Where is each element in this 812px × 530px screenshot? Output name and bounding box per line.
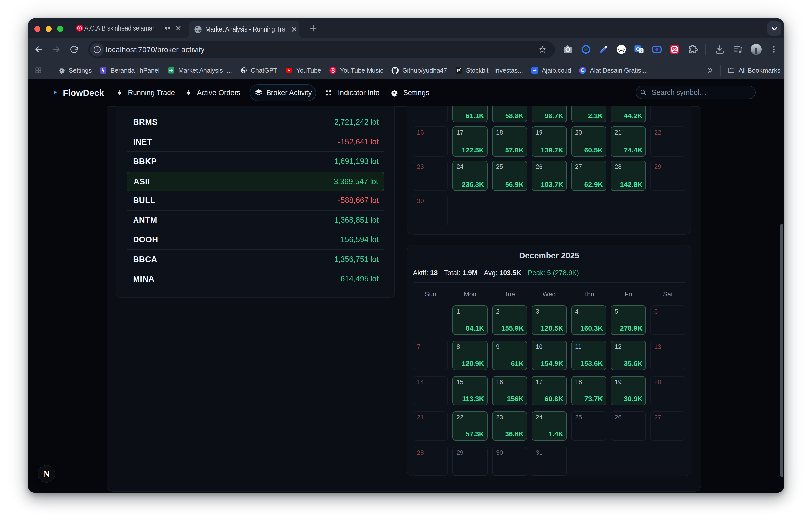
bookmark-stockbit-investas[interactable]: Stockbit - Investas... (451, 61, 527, 80)
calendar-day-cell[interactable]: 25 (571, 411, 606, 441)
nextjs-dev-badge[interactable]: N (38, 465, 55, 483)
profile-avatar[interactable] (751, 44, 762, 55)
calendar-weekend-cell[interactable]: 27 (650, 411, 685, 441)
bookmark-settings[interactable]: Settings (54, 61, 96, 80)
tab-youtube-music[interactable]: A.C.A.B skinhead selaman (73, 18, 185, 38)
calendar-day-cell[interactable]: 961K (492, 341, 527, 370)
calendar-weekend-cell[interactable]: 23 (413, 161, 448, 191)
reload-button[interactable] (67, 38, 81, 61)
stock-row-dooh[interactable]: DOOH156,594 lot (127, 230, 384, 250)
tab-market-analysis-active[interactable]: Market Analysis - Running Tra (189, 21, 299, 38)
calendar-weekend-cell[interactable] (413, 106, 448, 123)
stock-row-asii[interactable]: ASII3,369,547 lot (127, 172, 384, 191)
bookmark-youtube[interactable]: YouTube (281, 61, 325, 80)
stock-row-bull[interactable]: BULL-588,667 lot (127, 191, 384, 210)
calendar-day-cell[interactable]: 16156K (492, 376, 527, 405)
calendar-day-cell[interactable]: 26 (611, 411, 646, 441)
calendar-day-cell[interactable]: 1235.6K (611, 341, 646, 370)
stock-row-antm[interactable]: ANTM1,368,851 lot (127, 210, 384, 230)
calendar-day-cell[interactable]: 26103.7K (532, 161, 567, 191)
nav-item-running-trade[interactable]: Running Trade (110, 84, 182, 101)
calendar-day-cell[interactable]: 184.1K (452, 306, 488, 335)
extension-translate-icon[interactable]: G文 (633, 43, 645, 55)
symbol-search-input[interactable]: Search symbol… (636, 86, 756, 99)
all-bookmarks-button[interactable]: All Bookmarks (727, 66, 781, 74)
calendar-weekend-cell[interactable]: 7 (413, 341, 448, 370)
calendar-weekend-cell[interactable] (650, 106, 685, 123)
page-scrollbar-thumb[interactable] (781, 224, 783, 477)
calendar-day-cell[interactable]: 2336.8K (492, 411, 527, 441)
tab-audible-icon[interactable] (163, 24, 171, 32)
url-text[interactable]: localhost:7070/broker-activity (106, 41, 205, 58)
calendar-day-cell[interactable]: 1760.8K (532, 376, 567, 405)
nav-item-indicator-info[interactable]: Indicator Info (317, 84, 387, 101)
calendar-day-cell[interactable]: 2257.3K (452, 411, 488, 441)
calendar-day-cell[interactable]: 11153.6K (571, 341, 606, 370)
nav-item-broker-activity[interactable]: Broker Activity (250, 84, 316, 101)
extension-loom-icon[interactable] (580, 43, 592, 55)
window-zoom-button[interactable] (57, 26, 63, 32)
nav-item-settings[interactable]: Settings (383, 84, 436, 101)
stock-row-inet[interactable]: INET-152,641 lot (127, 132, 384, 152)
calendar-weekend-cell[interactable]: 28 (413, 447, 448, 476)
extension-braces-icon[interactable]: {…} (615, 43, 627, 55)
nav-item-active-orders[interactable]: Active Orders (178, 84, 247, 101)
calendar-day-cell[interactable]: 98.7K (532, 106, 567, 123)
extension-camera-icon[interactable] (562, 43, 574, 55)
calendar-weekend-cell[interactable]: 16 (413, 126, 448, 157)
calendar-day-cell[interactable]: 15113.3K (452, 376, 488, 405)
bookmark-beranda-hpanel[interactable]: Beranda | hPanel (96, 61, 163, 80)
calendar-day-cell[interactable]: 1857.8K (492, 126, 527, 157)
stock-row-bbkp[interactable]: BBKP1,691,193 lot (127, 152, 384, 171)
calendar-day-cell[interactable]: 2762.9K (571, 161, 606, 191)
address-bar[interactable]: localhost:7070/broker-activity (88, 41, 555, 58)
calendar-weekend-cell[interactable]: 22 (650, 126, 685, 157)
window-minimize-button[interactable] (46, 26, 52, 32)
calendar-day-cell[interactable]: 8120.9K (452, 341, 488, 370)
stock-row-bbca[interactable]: BBCA1,356,751 lot (127, 249, 384, 269)
calendar-day-cell[interactable]: 2155.9K (492, 306, 527, 335)
stock-row-mina[interactable]: MINA614,495 lot (127, 269, 384, 289)
extension-puzzle-icon[interactable] (687, 43, 699, 55)
calendar-day-cell[interactable]: 29 (452, 447, 488, 476)
calendar-weekend-cell[interactable]: 20 (650, 376, 685, 405)
calendar-weekend-cell[interactable]: 21 (413, 411, 448, 441)
calendar-day-cell[interactable]: 61.1K (452, 106, 488, 123)
site-info-button[interactable] (90, 43, 104, 57)
bookmark-github-yudha47[interactable]: Github/yudha47 (387, 61, 451, 80)
bookmarks-overflow-icon[interactable] (706, 67, 714, 74)
media-controls-button[interactable] (732, 43, 744, 55)
calendar-day-cell[interactable]: 58.8K (492, 106, 527, 123)
calendar-day-cell[interactable]: 19139.7K (532, 126, 567, 157)
downloads-button[interactable] (714, 43, 726, 55)
calendar-weekend-cell[interactable]: 30 (413, 195, 448, 225)
tab-close-icon[interactable] (290, 26, 298, 33)
calendar-day-cell[interactable]: 2174.4K (611, 126, 646, 157)
new-tab-button[interactable] (308, 23, 318, 33)
bookmark-market-analysis[interactable]: Market Analysis -... (163, 61, 236, 80)
calendar-day-cell[interactable]: 1930.9K (611, 376, 646, 405)
bookmark-star-icon[interactable] (538, 46, 547, 54)
calendar-day-cell[interactable]: 44.2K (611, 106, 646, 123)
calendar-weekend-cell[interactable]: 14 (413, 376, 448, 405)
bookmark-ajaib-co-id[interactable]: Ajaib.co.id (527, 61, 575, 80)
calendar-day-cell[interactable]: 4160.3K (571, 306, 606, 335)
apps-grid-icon[interactable] (35, 67, 42, 74)
bookmark-youtube-music[interactable]: YouTube Music (325, 61, 387, 80)
forward-button[interactable] (49, 38, 63, 61)
calendar-day-cell[interactable]: 30 (492, 447, 527, 476)
stock-row-brms[interactable]: BRMS2,721,242 lot (127, 112, 384, 132)
tab-search-button[interactable] (767, 22, 781, 36)
window-close-button[interactable] (34, 26, 41, 32)
calendar-weekend-cell[interactable]: 29 (650, 161, 685, 191)
calendar-day-cell[interactable]: 5278.9K (611, 306, 646, 335)
calendar-weekend-cell[interactable]: 13 (650, 341, 685, 370)
calendar-weekend-cell[interactable]: 6 (650, 306, 685, 335)
extension-pip-icon[interactable] (651, 43, 663, 55)
calendar-day-cell[interactable]: 2060.5K (571, 126, 606, 157)
back-button[interactable] (32, 38, 46, 61)
browser-menu-button[interactable] (768, 43, 780, 55)
bookmark-chatgpt[interactable]: ChatGPT (236, 61, 281, 80)
calendar-day-cell[interactable]: 3128.5K (532, 306, 567, 335)
calendar-day-cell[interactable]: 10154.9K (532, 341, 567, 370)
